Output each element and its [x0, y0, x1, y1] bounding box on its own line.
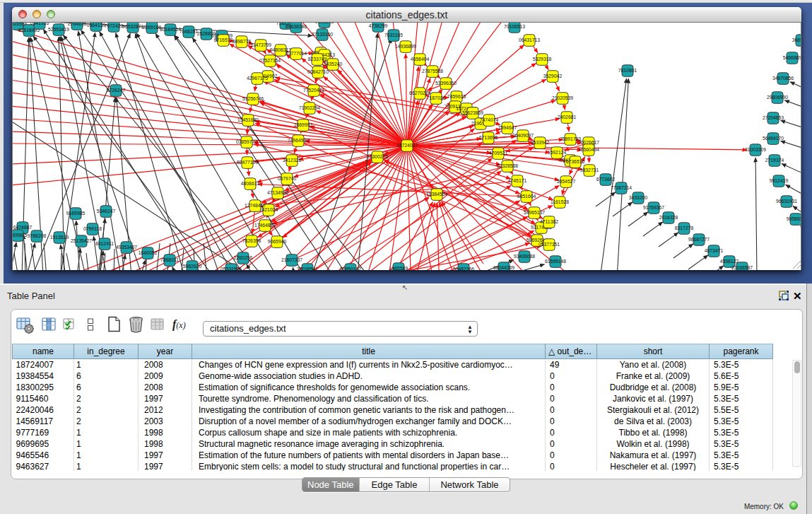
svg-text:96631931: 96631931: [776, 199, 797, 204]
svg-text:4709521: 4709521: [489, 151, 508, 156]
svg-text:3669096: 3669096: [792, 37, 801, 42]
svg-text:9788208: 9788208: [28, 233, 47, 238]
svg-text:7187026: 7187026: [427, 95, 446, 100]
svg-text:27875588: 27875588: [422, 69, 443, 74]
svg-text:33036541: 33036541: [297, 267, 318, 270]
svg-text:53396360: 53396360: [435, 81, 457, 86]
svg-text:3433200: 3433200: [629, 195, 648, 200]
svg-text:56464170: 56464170: [763, 136, 784, 141]
svg-text:06431713: 06431713: [519, 37, 540, 42]
svg-text:12748467: 12748467: [245, 203, 266, 208]
svg-text:77520471: 77520471: [303, 88, 324, 93]
svg-text:1592124: 1592124: [548, 150, 567, 155]
svg-text:5346247: 5346247: [97, 209, 116, 214]
svg-text:4558122: 4558122: [720, 259, 739, 264]
svg-text:5466889: 5466889: [783, 55, 801, 60]
svg-text:6851604: 6851604: [517, 194, 536, 199]
svg-text:1913619: 1913619: [50, 235, 69, 240]
svg-text:14936899: 14936899: [395, 44, 416, 49]
svg-text:87133150: 87133150: [312, 32, 333, 37]
svg-text:9169985: 9169985: [66, 211, 86, 216]
svg-text:00842710: 00842710: [307, 69, 329, 74]
svg-text:42967175: 42967175: [247, 76, 268, 81]
svg-text:7810801: 7810801: [618, 68, 637, 73]
svg-text:6474687: 6474687: [13, 225, 33, 230]
svg-text:89638346: 89638346: [286, 24, 307, 29]
svg-text:0679740: 0679740: [278, 176, 297, 181]
svg-text:3435240: 3435240: [324, 62, 343, 66]
svg-text:03859770: 03859770: [236, 139, 257, 144]
svg-text:98687277: 98687277: [688, 237, 710, 242]
svg-text:56482366: 56482366: [453, 267, 474, 270]
svg-text:2016328: 2016328: [659, 215, 678, 220]
svg-text:3529042: 3529042: [543, 74, 563, 78]
svg-text:25135427: 25135427: [71, 238, 92, 243]
svg-text:0799118: 0799118: [83, 226, 102, 231]
svg-text:5654527: 5654527: [557, 179, 576, 184]
svg-text:1869993: 1869993: [294, 122, 313, 127]
svg-text:21607337: 21607337: [281, 257, 302, 262]
svg-text:6716572: 6716572: [214, 37, 233, 42]
svg-text:15451680: 15451680: [237, 117, 259, 122]
svg-text:70106513: 70106513: [504, 24, 525, 29]
svg-text:4808613: 4808613: [241, 181, 260, 186]
svg-text:66270289: 66270289: [409, 90, 430, 95]
svg-text:5982620: 5982620: [183, 264, 202, 269]
svg-text:9058651: 9058651: [787, 216, 801, 221]
svg-text:1965569: 1965569: [389, 266, 408, 270]
svg-text:4309805: 4309805: [13, 233, 27, 238]
svg-text:47134936: 47134936: [267, 190, 288, 195]
svg-text:74964990: 74964990: [288, 138, 309, 143]
svg-text:6773602: 6773602: [596, 177, 616, 182]
svg-text:8412411: 8412411: [95, 241, 114, 246]
svg-text:7826398: 7826398: [242, 238, 261, 243]
svg-text:68044369: 68044369: [493, 265, 514, 270]
svg-text:27204653: 27204653: [763, 115, 784, 120]
svg-text:8726247: 8726247: [107, 88, 126, 93]
svg-text:2421024: 2421024: [259, 207, 278, 212]
svg-text:19384554: 19384554: [426, 192, 447, 197]
svg-text:4745171: 4745171: [508, 178, 527, 183]
svg-text:6713695: 6713695: [479, 135, 498, 140]
svg-text:9912419: 9912419: [770, 178, 789, 183]
svg-text:15300275: 15300275: [367, 154, 388, 159]
svg-text:2719374: 2719374: [765, 158, 784, 163]
svg-text:7672423: 7672423: [105, 23, 124, 28]
svg-text:17464887: 17464887: [254, 223, 276, 228]
svg-text:71902294: 71902294: [299, 105, 320, 110]
svg-text:2269166: 2269166: [143, 25, 162, 30]
svg-text:31473799: 31473799: [250, 42, 271, 47]
svg-text:0341316: 0341316: [30, 23, 49, 25]
svg-text:7868011: 7868011: [160, 257, 179, 262]
svg-text:4873471: 4873471: [705, 248, 724, 253]
svg-text:7459615: 7459615: [447, 94, 466, 99]
svg-text:06409097: 06409097: [512, 133, 534, 138]
svg-text:0103105: 0103105: [315, 23, 334, 24]
svg-text:4658404: 4658404: [411, 57, 430, 62]
svg-text:05377351: 05377351: [539, 242, 560, 247]
svg-text:07527354: 07527354: [259, 58, 281, 63]
svg-text:9832731: 9832731: [580, 168, 599, 173]
svg-text:7631165: 7631165: [384, 33, 403, 37]
svg-text:93406088: 93406088: [514, 254, 535, 259]
svg-text:8233749: 8233749: [308, 57, 327, 62]
svg-text:21020539: 21020539: [552, 95, 573, 100]
svg-text:5329318: 5329318: [533, 57, 552, 62]
svg-text:83777014: 83777014: [286, 51, 307, 56]
svg-text:18724007: 18724007: [396, 143, 418, 148]
svg-text:82477109: 82477109: [237, 160, 258, 165]
svg-text:8317278: 8317278: [675, 226, 694, 230]
svg-text:2260256: 2260256: [234, 255, 253, 260]
svg-text:49353487: 49353487: [116, 245, 137, 250]
svg-text:2764835: 2764835: [68, 23, 87, 26]
svg-text:86850142: 86850142: [340, 267, 361, 270]
svg-text:77387214: 77387214: [611, 185, 632, 190]
svg-text:8498776: 8498776: [233, 39, 252, 44]
svg-text:96532871: 96532871: [122, 24, 143, 29]
svg-text:3412328: 3412328: [283, 158, 302, 163]
svg-text:91769367: 91769367: [643, 205, 664, 210]
svg-text:23166587: 23166587: [731, 265, 753, 270]
svg-text:7474074: 7474074: [480, 117, 499, 122]
svg-text:6736576: 6736576: [566, 159, 585, 164]
svg-text:1640052: 1640052: [139, 250, 158, 255]
